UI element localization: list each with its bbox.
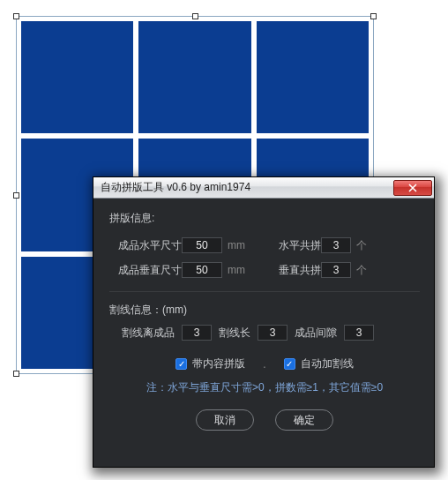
row-horizontal-size: 成品水平尺寸 mm 水平共拼 个 [109,233,420,258]
cancel-button[interactable]: 取消 [196,409,254,431]
resize-handle-w[interactable] [13,192,19,199]
ok-button[interactable]: 确定 [275,409,333,431]
check-with-content[interactable]: 带内容拼版 [175,356,245,371]
close-icon [408,184,417,192]
check-auto-cutline[interactable]: 自动加割线 [284,356,354,371]
checkbox-icon[interactable] [175,358,187,370]
tile [21,21,133,133]
vcount-unit: 个 [351,263,369,278]
section-imposition-title: 拼版信息: [109,211,420,226]
vsize-label: 成品垂直尺寸 [109,263,182,278]
resize-handle-n[interactable] [192,13,198,19]
checkbox-icon[interactable] [284,358,295,370]
divider [109,291,420,292]
hsize-label: 成品水平尺寸 [109,238,182,253]
checkbox-row: 带内容拼版 . 自动加割线 [109,356,420,371]
hsize-input[interactable] [182,237,222,253]
hsize-unit: mm [222,239,245,251]
vsize-input[interactable] [182,262,222,278]
gap-label: 成品间隙 [295,326,337,341]
cut-dist-input[interactable] [182,325,212,341]
row-cutline: 割线离成品 割线长 成品间隙 [109,325,420,341]
ok-label: 确定 [294,413,315,428]
dialog-titlebar[interactable]: 自动拼版工具 v0.6 by amin1974 [93,177,434,199]
tile [138,21,250,133]
hcount-unit: 个 [351,238,369,253]
hint-note: 注：水平与垂直尺寸需>0，拼数需≥1，其它值需≥0 [109,380,420,395]
imposition-dialog: 自动拼版工具 v0.6 by amin1974 拼版信息: 成品水平尺寸 mm … [93,176,435,468]
dialog-title: 自动拼版工具 v0.6 by amin1974 [101,180,393,195]
vcount-label: 垂直共拼 [272,263,321,278]
check2-label: 自动加割线 [301,356,354,371]
cancel-label: 取消 [214,413,235,428]
vcount-input[interactable] [321,262,351,278]
cut-dist-label: 割线离成品 [122,326,175,341]
vsize-unit: mm [222,264,245,276]
hcount-label: 水平共拼 [272,238,321,253]
cut-len-label: 割线长 [219,326,250,341]
row-vertical-size: 成品垂直尺寸 mm 垂直共拼 个 [109,258,420,282]
resize-handle-sw[interactable] [13,371,19,377]
cut-len-input[interactable] [258,325,287,341]
button-row: 取消 确定 [109,409,420,431]
resize-handle-nw[interactable] [13,13,19,19]
dialog-body: 拼版信息: 成品水平尺寸 mm 水平共拼 个 成品垂直尺寸 mm 垂直共拼 个 … [93,199,434,439]
hcount-input[interactable] [321,237,351,253]
separator-dot: . [263,358,265,371]
close-button[interactable] [393,180,432,196]
check1-label: 带内容拼版 [192,356,245,371]
resize-handle-ne[interactable] [370,13,377,19]
tile [257,21,369,133]
section-cutline-title: 割线信息：(mm) [109,303,420,318]
gap-input[interactable] [344,325,374,341]
